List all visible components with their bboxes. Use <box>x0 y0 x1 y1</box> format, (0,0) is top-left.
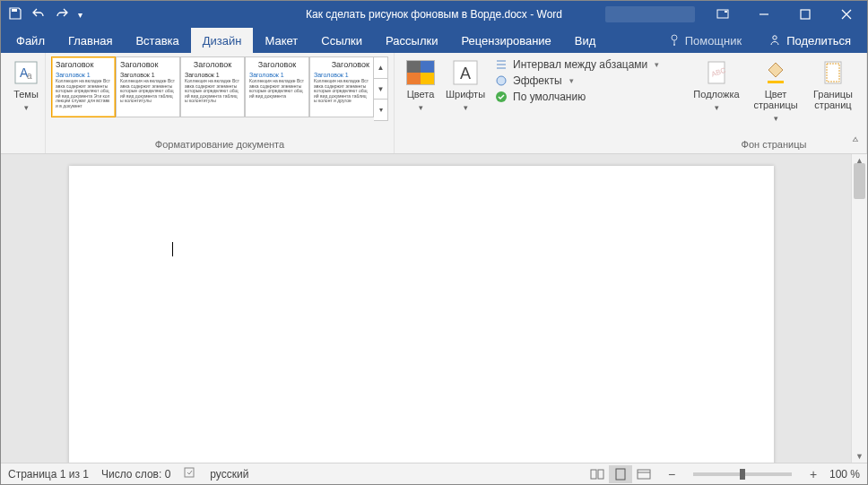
themes-button[interactable]: Aa Темы ▾ <box>6 56 46 114</box>
tab-design[interactable]: Дизайн <box>191 28 254 53</box>
language-status[interactable]: русский <box>210 468 248 481</box>
svg-rect-28 <box>598 470 603 479</box>
zoom-in-button[interactable]: + <box>806 467 820 481</box>
close-button[interactable] <box>826 1 867 28</box>
page-area[interactable] <box>1 154 851 463</box>
read-mode-button[interactable] <box>586 465 609 483</box>
spacing-icon <box>495 58 508 71</box>
undo-icon[interactable] <box>31 6 46 23</box>
themes-label: Темы <box>13 89 39 100</box>
minimize-button[interactable] <box>743 1 785 28</box>
web-layout-button[interactable] <box>632 465 655 483</box>
tell-me-label: Помощник <box>685 34 742 48</box>
document-workspace: ▲ ▼ <box>1 154 867 463</box>
svg-rect-26 <box>185 468 194 477</box>
svg-point-9 <box>673 44 675 46</box>
tab-mailings[interactable]: Рассылки <box>374 28 449 53</box>
zoom-level[interactable]: 100 % <box>829 468 860 481</box>
svg-rect-0 <box>12 9 17 12</box>
svg-point-10 <box>773 36 777 39</box>
window-title: Как сделать рисунок фоновым в Ворде.docx… <box>306 8 562 21</box>
print-layout-button[interactable] <box>609 465 632 483</box>
gallery-item[interactable]: ЗаголовокЗаголовок 1Коллекция на вкладке… <box>309 56 374 117</box>
ribbon-display-options-icon[interactable] <box>702 1 743 28</box>
set-default-button[interactable]: По умолчанию <box>495 91 659 103</box>
gallery-up-button[interactable]: ▲ <box>374 56 388 79</box>
collapse-ribbon-button[interactable]: ㅿ <box>847 132 864 148</box>
svg-rect-24 <box>825 62 841 83</box>
redo-icon[interactable] <box>55 6 69 23</box>
svg-rect-27 <box>591 470 596 479</box>
watermark-label: Подложка <box>693 89 739 100</box>
gallery-item[interactable]: ЗаголовокЗаголовок 1Коллекция на вкладке… <box>51 56 116 117</box>
chevron-down-icon: ▾ <box>655 60 659 69</box>
share-button[interactable]: Поделиться <box>756 34 864 48</box>
colors-button[interactable]: Цвета ▾ <box>400 56 441 114</box>
page-color-button[interactable]: Цвет страницы ▾ <box>746 56 805 125</box>
effects-button[interactable]: Эффекты▾ <box>495 74 659 87</box>
fonts-icon: A <box>451 58 480 87</box>
tab-references[interactable]: Ссылки <box>309 28 374 53</box>
colors-label: Цвета <box>407 89 435 100</box>
chevron-down-icon: ▾ <box>774 114 778 123</box>
svg-point-19 <box>497 76 506 85</box>
word-count[interactable]: Число слов: 0 <box>101 468 170 481</box>
tab-home[interactable]: Главная <box>56 28 124 53</box>
vertical-scrollbar[interactable]: ▲ ▼ <box>851 154 867 463</box>
themes-icon: Aa <box>12 58 40 87</box>
document-formatting-gallery: ЗаголовокЗаголовок 1Коллекция на вкладке… <box>51 56 388 121</box>
chevron-down-icon: ▾ <box>464 103 468 112</box>
svg-rect-2 <box>725 11 727 13</box>
svg-rect-23 <box>768 81 784 83</box>
scroll-down-button[interactable]: ▼ <box>852 450 867 463</box>
page-borders-button[interactable]: Границы страниц <box>805 56 861 125</box>
tab-layout[interactable]: Макет <box>253 28 309 53</box>
zoom-thumb[interactable] <box>740 469 745 480</box>
page-color-icon <box>761 58 790 87</box>
title-bar: ▾ Как сделать рисунок фоновым в Ворде.do… <box>1 1 867 28</box>
chevron-down-icon: ▾ <box>569 76 574 85</box>
save-icon[interactable] <box>8 6 22 23</box>
colors-icon <box>406 60 435 85</box>
status-bar: Страница 1 из 1 Число слов: 0 русский − … <box>1 463 867 484</box>
svg-rect-4 <box>801 10 810 19</box>
scroll-thumb[interactable] <box>854 163 865 199</box>
zoom-slider[interactable] <box>693 472 792 476</box>
svg-text:a: a <box>27 71 32 81</box>
effects-icon <box>495 74 508 87</box>
tab-view[interactable]: Вид <box>563 28 608 53</box>
quick-access-toolbar: ▾ <box>1 6 90 23</box>
svg-rect-30 <box>638 470 650 479</box>
ribbon: Aa Темы ▾ ЗаголовокЗаголовок 1Коллекция … <box>1 53 867 154</box>
share-label: Поделиться <box>786 34 851 48</box>
watermark-button[interactable]: ABC Подложка ▾ <box>687 56 746 125</box>
ribbon-tabs: Файл Главная Вставка Дизайн Макет Ссылки… <box>1 28 867 53</box>
gallery-more-button[interactable]: ▾ <box>374 100 388 121</box>
tab-review[interactable]: Рецензирование <box>449 28 562 53</box>
svg-text:A: A <box>460 65 471 82</box>
proofing-icon[interactable] <box>183 465 197 482</box>
gallery-down-button[interactable]: ▼ <box>374 79 388 100</box>
page-count[interactable]: Страница 1 из 1 <box>8 468 89 481</box>
qat-customize-icon[interactable]: ▾ <box>78 10 82 20</box>
page[interactable] <box>69 166 774 463</box>
tab-insert[interactable]: Вставка <box>124 28 190 53</box>
tab-file[interactable]: Файл <box>4 28 56 53</box>
paragraph-spacing-button[interactable]: Интервал между абзацами▾ <box>495 58 659 71</box>
maximize-button[interactable] <box>785 1 826 28</box>
page-borders-label: Границы страниц <box>807 89 859 110</box>
check-icon <box>495 91 508 103</box>
gallery-item[interactable]: ЗаголовокЗаголовок 1Коллекция на вкладке… <box>245 56 309 117</box>
fonts-button[interactable]: A Шрифты ▾ <box>441 56 490 114</box>
view-buttons <box>586 465 655 483</box>
gallery-item[interactable]: ЗаголовокЗаголовок 1Коллекция на вкладке… <box>116 56 180 117</box>
svg-point-7 <box>672 35 677 40</box>
tell-me-search[interactable]: Помощник <box>660 34 751 48</box>
svg-rect-29 <box>616 469 625 480</box>
zoom-out-button[interactable]: − <box>664 467 679 481</box>
gallery-nav: ▲ ▼ ▾ <box>374 56 388 121</box>
fonts-label: Шрифты <box>446 89 485 100</box>
text-cursor <box>172 242 173 256</box>
account-placeholder[interactable] <box>605 6 695 22</box>
gallery-item[interactable]: ЗаголовокЗаголовок 1Коллекция на вкладке… <box>180 56 245 117</box>
